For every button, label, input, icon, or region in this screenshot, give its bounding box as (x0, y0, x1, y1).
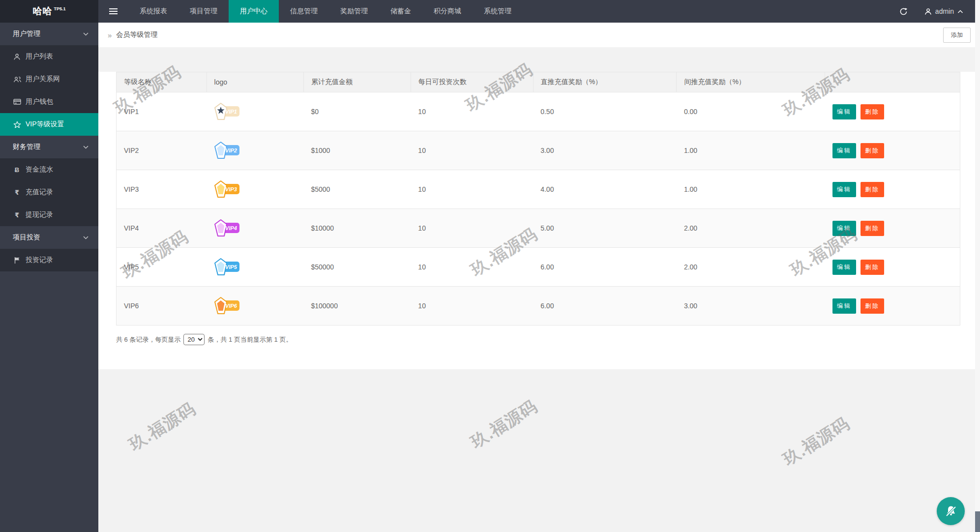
delete-button[interactable]: 删除 (861, 182, 884, 197)
nav-item-system-mgmt[interactable]: 系统管理 (473, 0, 523, 23)
amount-cell: $50000 (303, 248, 411, 287)
nav-item-info-mgmt[interactable]: 信息管理 (279, 0, 329, 23)
actions-cell: 编辑删除 (825, 209, 960, 248)
caret-up-icon (957, 9, 963, 14)
col-header-direct: 直推充值奖励（%） (533, 72, 677, 92)
page-size-select[interactable]: 20 (183, 334, 205, 345)
nav-item-system-report[interactable]: 系统报表 (128, 0, 178, 23)
sidebar-item-user-wallet[interactable]: 用户钱包 (0, 90, 98, 113)
refresh-icon (899, 7, 908, 16)
edit-button[interactable]: 编辑 (832, 260, 856, 275)
vip-level-table: 等级名称 logo 累计充值金额 每日可投资次数 直推充值奖励（%） 间推充值奖… (116, 72, 960, 325)
sidebar-section-user-mgmt[interactable]: 用户管理 (0, 23, 98, 45)
edit-button[interactable]: 编辑 (832, 143, 856, 158)
col-header-amount: 累计充值金额 (303, 72, 411, 92)
nav-item-reward-mgmt[interactable]: 奖励管理 (329, 0, 379, 23)
delete-button[interactable]: 删除 (861, 260, 884, 275)
vip1-badge-icon: VIP1 (214, 101, 240, 122)
edit-button[interactable]: 编辑 (832, 298, 856, 314)
delete-button[interactable]: 删除 (861, 104, 884, 119)
indirect-cell: 2.00 (677, 209, 825, 248)
table-row: VIP6 VIP6 $100000 10 6.00 3.00 (117, 287, 960, 325)
breadcrumb-arrow-icon: » (108, 31, 112, 39)
actions-cell: 编辑删除 (825, 92, 960, 131)
sidebar-item-recharge-records[interactable]: ₹ 充值记录 (0, 181, 98, 204)
direct-cell: 5.00 (533, 209, 677, 248)
chevron-down-icon (83, 32, 89, 36)
indirect-cell: 1.00 (677, 170, 825, 209)
sidebar-item-user-network[interactable]: 用户关系网 (0, 68, 98, 90)
sidebar-section-finance-mgmt[interactable]: 财务管理 (0, 136, 98, 158)
amount-cell: $10000 (303, 209, 411, 248)
sidebar-item-invest-records[interactable]: 投资记录 (0, 249, 98, 271)
actions-cell: 编辑删除 (825, 287, 960, 325)
users-icon (13, 76, 21, 83)
app-version: TP5.1 (54, 6, 65, 11)
logo-cell: VIP1 (207, 92, 303, 131)
sidebar-section-project-invest[interactable]: 项目投资 (0, 226, 98, 249)
scrollbar-thumb[interactable] (975, 511, 980, 532)
delete-button[interactable]: 删除 (861, 221, 884, 236)
level-name: VIP5 (117, 248, 207, 287)
direct-cell: 0.50 (533, 92, 677, 131)
daily-cell: 10 (411, 92, 533, 131)
notification-mute-fab[interactable] (937, 497, 965, 525)
svg-text:VIP5: VIP5 (225, 264, 238, 270)
daily-cell: 10 (411, 209, 533, 248)
sidebar-item-fund-flow[interactable]: Ƀ 资金流水 (0, 158, 98, 181)
divider (98, 47, 980, 59)
menu-toggle-icon[interactable] (98, 0, 128, 23)
level-name: VIP6 (117, 287, 207, 325)
table-row: VIP4 VIP4 $10000 10 5.00 2.00 (117, 209, 960, 248)
breadcrumb: » 会员等级管理 添加 (98, 23, 980, 47)
daily-cell: 10 (411, 131, 533, 170)
svg-text:VIP4: VIP4 (225, 225, 237, 231)
amount-cell: $0 (303, 92, 411, 131)
col-header-logo: logo (207, 72, 303, 92)
svg-text:VIP6: VIP6 (225, 303, 238, 309)
col-header-indirect: 间推充值奖励（%） (677, 72, 825, 92)
daily-cell: 10 (411, 287, 533, 325)
delete-button[interactable]: 删除 (861, 298, 884, 314)
add-button[interactable]: 添加 (943, 28, 971, 43)
delete-button[interactable]: 删除 (861, 143, 884, 158)
actions-cell: 编辑删除 (825, 170, 960, 209)
admin-menu[interactable]: admin (921, 7, 967, 15)
svg-text:VIP3: VIP3 (225, 186, 237, 192)
rupee-icon: ₹ (13, 211, 21, 219)
level-name: VIP2 (117, 131, 207, 170)
rupee-icon: ₹ (13, 189, 21, 196)
refresh-button[interactable] (887, 7, 921, 16)
level-name: VIP1 (117, 92, 207, 131)
vip4-badge-icon: VIP4 (214, 218, 240, 238)
pagination-prefix: 共 6 条记录，每页显示 (116, 335, 180, 344)
app-logo[interactable]: 哈哈 TP5.1 (0, 0, 98, 23)
admin-username: admin (935, 7, 954, 15)
page-title: 会员等级管理 (116, 30, 157, 39)
bell-mute-icon (944, 504, 958, 518)
nav-item-points-mall[interactable]: 积分商城 (422, 0, 473, 23)
sidebar-item-user-list[interactable]: 用户列表 (0, 45, 98, 68)
nav-item-user-center[interactable]: 用户中心 (229, 0, 279, 23)
nav-item-savings[interactable]: 储蓄金 (379, 0, 422, 23)
col-header-actions (825, 72, 960, 92)
indirect-cell: 3.00 (677, 287, 825, 325)
logo-cell: VIP2 (207, 131, 303, 170)
table-header-row: 等级名称 logo 累计充值金额 每日可投资次数 直推充值奖励（%） 间推充值奖… (117, 72, 960, 92)
amount-cell: $1000 (303, 131, 411, 170)
sidebar-item-vip-level[interactable]: VIP等级设置 (0, 113, 98, 136)
pagination-suffix: 条，共 1 页当前显示第 1 页。 (208, 335, 292, 344)
top-navbar: 哈哈 TP5.1 系统报表 项目管理 用户中心 信息管理 奖励管理 储蓄金 积分… (0, 0, 980, 23)
sidebar-item-withdraw-records[interactable]: ₹ 提现记录 (0, 204, 98, 226)
indirect-cell: 0.00 (677, 92, 825, 131)
amount-cell: $100000 (303, 287, 411, 325)
edit-button[interactable]: 编辑 (832, 182, 856, 197)
scrollbar-track[interactable] (975, 0, 980, 532)
sidebar: 用户管理 用户列表 用户关系网 用户钱包 VIP等级设置 财务管理 Ƀ 资金流水… (0, 23, 98, 532)
nav-item-project-mgmt[interactable]: 项目管理 (178, 0, 229, 23)
logo-cell: VIP5 (207, 248, 303, 287)
edit-button[interactable]: 编辑 (832, 104, 856, 119)
edit-button[interactable]: 编辑 (832, 221, 856, 236)
vip2-badge-icon: VIP2 (214, 140, 240, 161)
level-name: VIP3 (117, 170, 207, 209)
